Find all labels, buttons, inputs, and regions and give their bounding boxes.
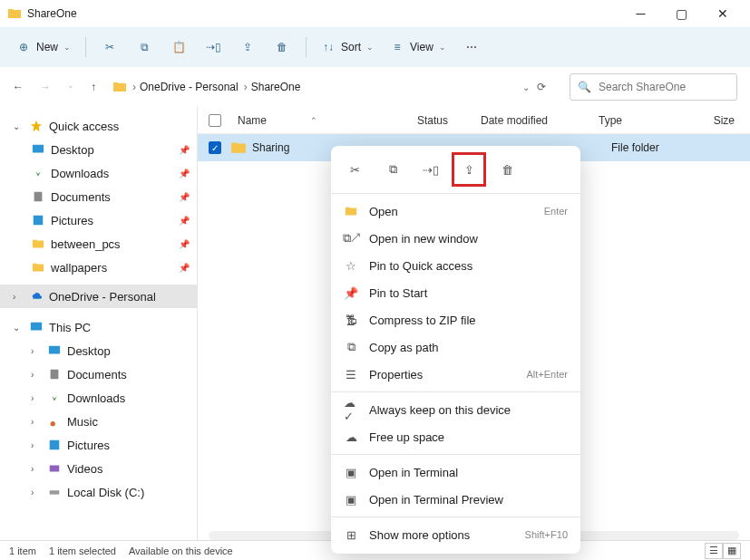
forward-button[interactable]: → xyxy=(40,81,51,93)
ctx-free-up-space[interactable]: ☁ Free up space xyxy=(331,423,580,450)
navigation-pane: ⌄ Quick access Desktop 📌 Downloads 📌 Doc… xyxy=(0,107,198,540)
plus-icon: ⊕ xyxy=(16,40,31,54)
menu-separator xyxy=(331,517,580,517)
menu-separator xyxy=(331,454,580,455)
expand-icon[interactable]: › xyxy=(13,292,24,302)
view-button[interactable]: ≡ View ⌄ xyxy=(383,36,453,58)
column-type[interactable]: Type xyxy=(599,114,689,127)
cut-button[interactable]: ✂ xyxy=(93,33,126,62)
search-input[interactable] xyxy=(597,80,729,94)
ctx-show-more[interactable]: ⊞ Show more options Shift+F10 xyxy=(331,521,580,548)
ctx-label: Open in Terminal Preview xyxy=(369,493,503,507)
collapse-icon[interactable]: ⌄ xyxy=(13,323,24,333)
sidebar-documents2[interactable]: › Documents xyxy=(0,362,197,386)
large-icons-view-button[interactable]: ▦ xyxy=(723,543,741,559)
file-type: File folder xyxy=(611,141,702,154)
address-bar[interactable]: › OneDrive - Personal › ShareOne ⌄ ⟳ xyxy=(107,76,559,98)
expand-icon[interactable]: › xyxy=(31,417,42,427)
row-checkbox[interactable]: ✓ xyxy=(209,141,221,154)
sort-asc-icon: ⌃ xyxy=(310,116,317,125)
svg-rect-8 xyxy=(50,440,60,450)
ctx-copy-path[interactable]: ⧉ Copy as path xyxy=(331,333,580,361)
sidebar-desktop[interactable]: Desktop 📌 xyxy=(0,138,197,161)
sidebar-downloads[interactable]: Downloads 📌 xyxy=(0,161,197,185)
ctx-pin-quick-access[interactable]: ☆ Pin to Quick access xyxy=(331,252,580,279)
column-status[interactable]: Status xyxy=(417,114,481,127)
details-view-button[interactable]: ☰ xyxy=(705,543,723,559)
search-box[interactable]: 🔍 xyxy=(570,73,737,101)
ctx-rename-button[interactable]: ⇢▯ xyxy=(420,159,442,180)
copy-button[interactable]: ⧉ xyxy=(128,33,161,62)
ctx-share-button[interactable]: ⇪ xyxy=(458,159,480,180)
select-all-checkbox[interactable] xyxy=(209,114,221,127)
expand-icon[interactable]: › xyxy=(31,440,42,450)
ctx-copy-button[interactable]: ⧉ xyxy=(382,159,404,180)
expand-icon[interactable]: › xyxy=(31,346,42,356)
sidebar-wallpapers[interactable]: wallpapers 📌 xyxy=(0,256,197,279)
chevron-down-icon[interactable]: ⌄ xyxy=(522,82,530,92)
ctx-pin-start[interactable]: 📌 Pin to Start xyxy=(331,279,580,306)
sidebar-label: Documents xyxy=(67,368,127,381)
svg-rect-2 xyxy=(34,192,43,202)
sidebar-videos[interactable]: › Videos xyxy=(0,457,197,480)
sidebar-quick-access[interactable]: ⌄ Quick access xyxy=(0,114,197,138)
refresh-button[interactable]: ⟳ xyxy=(537,81,546,93)
recent-button[interactable]: ⌄ xyxy=(67,81,74,93)
sidebar-music[interactable]: › Music xyxy=(0,410,197,433)
expand-icon[interactable]: › xyxy=(31,370,42,380)
sidebar-downloads2[interactable]: › Downloads xyxy=(0,386,197,410)
sidebar-desktop2[interactable]: › Desktop xyxy=(0,339,197,362)
sidebar-label: Quick access xyxy=(49,120,119,133)
sort-button[interactable]: ↑↓ Sort ⌄ xyxy=(314,36,381,58)
share-button[interactable]: ⇪ xyxy=(231,33,264,62)
context-menu: ✂ ⧉ ⇢▯ ⇪ 🗑 Open Enter ⧉↗ Open in new win… xyxy=(331,146,580,554)
sidebar-localdisk[interactable]: › Local Disk (C:) xyxy=(0,480,197,504)
sidebar-label: Pictures xyxy=(67,439,110,452)
zip-icon: 🗜 xyxy=(344,313,358,327)
ctx-always-keep[interactable]: ☁✓ Always keep on this device xyxy=(331,396,580,423)
ctx-cut-button[interactable]: ✂ xyxy=(344,159,365,180)
delete-button[interactable]: 🗑 xyxy=(266,33,298,62)
properties-icon: ☰ xyxy=(344,367,358,381)
sidebar-pictures[interactable]: Pictures 📌 xyxy=(0,208,197,232)
expand-icon[interactable]: › xyxy=(31,393,42,403)
collapse-icon[interactable]: ⌄ xyxy=(13,121,24,131)
pin-icon: 📌 xyxy=(179,216,190,226)
back-button[interactable]: ← xyxy=(13,81,24,93)
ctx-open-terminal[interactable]: ▣ Open in Terminal xyxy=(331,459,580,486)
ctx-shortcut: Enter xyxy=(544,206,568,217)
minimize-button[interactable]: ─ xyxy=(620,0,661,27)
ctx-properties[interactable]: ☰ Properties Alt+Enter xyxy=(331,361,580,388)
expand-icon[interactable]: › xyxy=(31,488,42,497)
chevron-right-icon: › xyxy=(132,81,136,93)
more-icon: ⊞ xyxy=(344,527,358,542)
paste-button[interactable]: 📋 xyxy=(162,33,195,62)
expand-icon[interactable]: › xyxy=(31,464,42,474)
ctx-open-terminal-preview[interactable]: ▣ Open in Terminal Preview xyxy=(331,486,580,513)
sidebar-pictures2[interactable]: › Pictures xyxy=(0,433,197,457)
svg-marker-0 xyxy=(31,121,42,131)
breadcrumb-item[interactable]: › ShareOne xyxy=(244,81,301,93)
sidebar-documents[interactable]: Documents 📌 xyxy=(0,185,197,208)
sidebar-label: Downloads xyxy=(51,167,109,180)
column-date[interactable]: Date modified xyxy=(481,114,599,127)
new-button[interactable]: ⊕ New ⌄ xyxy=(9,36,78,58)
sidebar-between-pcs[interactable]: between_pcs 📌 xyxy=(0,232,197,256)
rename-button[interactable]: ⇢▯ xyxy=(197,33,229,62)
close-button[interactable]: ✕ xyxy=(702,0,743,27)
clipboard-icon: 📋 xyxy=(171,40,186,54)
sidebar-this-pc[interactable]: ⌄ This PC xyxy=(0,315,197,339)
pc-icon xyxy=(29,320,44,334)
ctx-open[interactable]: Open Enter xyxy=(331,198,580,225)
sidebar-onedrive[interactable]: › OneDrive - Personal xyxy=(0,285,197,308)
column-name[interactable]: Name xyxy=(238,114,267,127)
column-size[interactable]: Size xyxy=(689,114,735,127)
breadcrumb-item[interactable]: › OneDrive - Personal xyxy=(132,81,239,93)
ctx-open-new-window[interactable]: ⧉↗ Open in new window xyxy=(331,225,580,252)
sort-label: Sort xyxy=(341,41,361,53)
ctx-delete-button[interactable]: 🗑 xyxy=(496,159,518,180)
more-button[interactable]: ⋯ xyxy=(455,33,488,62)
maximize-button[interactable]: ▢ xyxy=(661,0,702,27)
ctx-compress-zip[interactable]: 🗜 Compress to ZIP file xyxy=(331,306,580,333)
up-button[interactable]: ↑ xyxy=(91,81,96,93)
